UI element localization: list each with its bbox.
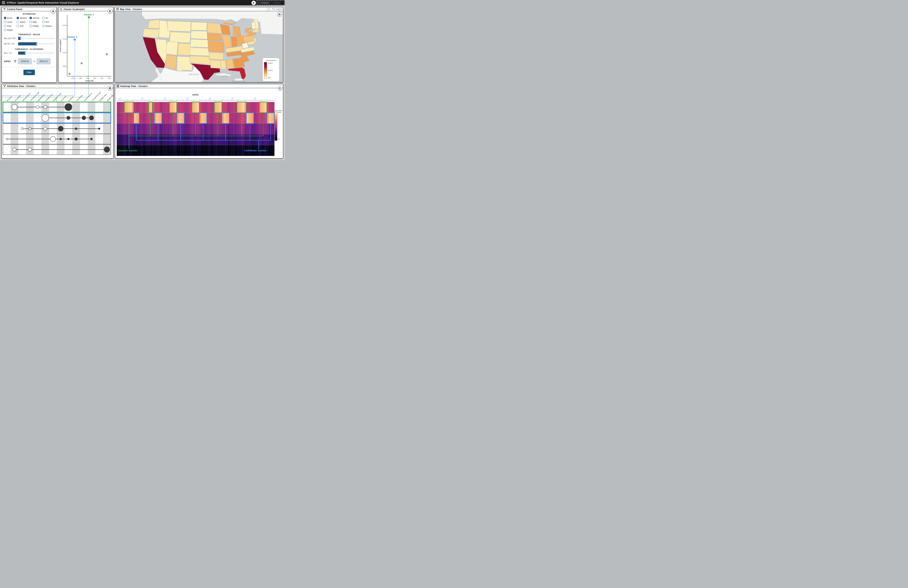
heatmap-cell[interactable] [173, 124, 175, 134]
heatmap-cell[interactable] [141, 102, 143, 113]
heatmap-cell[interactable] [180, 102, 182, 113]
heatmap-cell[interactable] [248, 102, 250, 113]
heatmap-cell[interactable] [224, 113, 226, 124]
heatmap-cell[interactable] [145, 124, 147, 134]
heatmap-cell[interactable] [218, 102, 220, 113]
heatmap-cell[interactable] [252, 102, 254, 113]
state-ut[interactable] [166, 42, 178, 55]
consequent-bubble[interactable] [60, 138, 61, 140]
state-sd[interactable] [191, 31, 208, 39]
heatmap-cell[interactable] [224, 145, 226, 156]
checkbox-box[interactable] [17, 25, 19, 27]
heatmap-cell[interactable] [141, 113, 143, 124]
heatmap-cell[interactable] [130, 102, 132, 113]
heatmap-cell[interactable] [270, 102, 272, 113]
heatmap-cell[interactable] [225, 102, 227, 113]
antecedent-bubble[interactable] [29, 128, 31, 130]
heatmap-cell[interactable] [126, 124, 128, 134]
heatmap-cell[interactable] [119, 124, 121, 134]
heatmap-cell[interactable] [145, 113, 147, 124]
heatmap-cell[interactable] [192, 124, 194, 134]
heatmap-cell[interactable] [235, 113, 237, 124]
tab-clusters[interactable]: ▷ Clusters [258, 1, 270, 5]
heatmap-cell[interactable] [126, 134, 128, 145]
heatmap-cell[interactable] [203, 124, 205, 134]
heatmap-cell[interactable] [196, 102, 198, 113]
heatmap-cell[interactable] [152, 145, 155, 156]
heatmap-cell[interactable] [207, 102, 209, 113]
slider-thumb[interactable] [36, 43, 38, 45]
checkbox-box[interactable] [42, 25, 45, 27]
cluster-heatmap[interactable]: DATESJan 2016FebMarAprMayJunJulAugSepOct… [115, 88, 283, 158]
heatmap-cell[interactable] [241, 145, 243, 156]
heatmap-cell[interactable] [203, 102, 205, 113]
consequent-bubble[interactable] [58, 126, 63, 131]
cluster-row-5[interactable] [3, 145, 111, 154]
heatmap-cell[interactable] [155, 145, 156, 156]
heatmap-cell[interactable] [229, 124, 231, 134]
heatmap-cell[interactable] [132, 124, 134, 134]
heatmap-cell[interactable] [173, 102, 175, 113]
heatmap-cell[interactable] [272, 145, 275, 156]
heatmap-cell[interactable] [141, 145, 143, 156]
heatmap-cell[interactable] [182, 145, 185, 156]
tab-rules[interactable]: ▷ Rules [271, 1, 281, 5]
heatmap-cell[interactable] [190, 145, 192, 156]
checkbox-box[interactable] [4, 21, 6, 23]
heatmap-cell[interactable] [167, 145, 169, 156]
heatmap-cell[interactable] [254, 102, 256, 113]
heatmap-cell[interactable] [259, 113, 261, 124]
heatmap-cell[interactable] [122, 124, 124, 134]
heatmap-cell[interactable] [151, 124, 153, 134]
heatmap-cell[interactable] [258, 124, 259, 134]
heatmap-cell[interactable] [263, 134, 265, 145]
per-capita-toggle[interactable] [266, 8, 270, 10]
heatmap-cell[interactable] [213, 145, 214, 156]
heatmap-cell[interactable] [233, 102, 235, 113]
heatmap-cell[interactable] [263, 102, 265, 113]
heatmap-cell[interactable] [166, 102, 167, 113]
heatmap-cell[interactable] [229, 102, 231, 113]
heatmap-cell[interactable] [245, 124, 246, 134]
checkbox-box[interactable] [42, 21, 45, 23]
attributes-bubble-matrix[interactable]: Drunk:NoLitCond:DayLitCond:Dark-LitLitCo… [2, 88, 113, 158]
state-ms[interactable] [220, 60, 226, 69]
slider-thumb[interactable] [20, 37, 21, 39]
heatmap-cell[interactable] [216, 145, 218, 156]
heatmap-cell[interactable] [179, 113, 181, 124]
heatmap-cell[interactable] [192, 113, 194, 124]
state-mn[interactable] [207, 23, 222, 34]
heatmap-cell[interactable] [121, 102, 122, 113]
state-mo[interactable] [208, 41, 224, 52]
heatmap-cell[interactable] [137, 124, 140, 134]
filter-button[interactable]: Filter [23, 70, 35, 75]
state-in[interactable] [231, 36, 238, 47]
heatmap-cell[interactable] [231, 102, 233, 113]
heatmap-cell[interactable] [167, 124, 169, 134]
heatmap-cell[interactable] [166, 145, 167, 156]
heatmap-cell[interactable] [130, 113, 132, 124]
heatmap-cell[interactable] [205, 124, 207, 134]
heatmap-cell[interactable] [192, 145, 194, 156]
heatmap-cell[interactable] [239, 145, 241, 156]
heatmap-cell[interactable] [124, 124, 126, 134]
scatter-point[interactable] [106, 53, 108, 55]
heatmap-cell[interactable] [227, 145, 230, 156]
heatmap-cell[interactable] [218, 124, 220, 134]
heatmap-cell[interactable] [155, 102, 156, 113]
heatmap-cell[interactable] [121, 124, 122, 134]
heatmap-cell[interactable] [158, 113, 160, 124]
checkbox-season[interactable]: Season [42, 25, 55, 27]
heatmap-cell[interactable] [259, 124, 261, 134]
scatter-point[interactable] [69, 73, 70, 75]
consequent-bubble[interactable] [98, 128, 100, 130]
heatmap-cell[interactable] [209, 145, 211, 156]
heatmap-cell[interactable] [151, 145, 153, 156]
heatmap-cell[interactable] [186, 145, 188, 156]
slider-track[interactable] [18, 43, 55, 45]
heatmap-cell[interactable] [270, 145, 272, 156]
heatmap-cell[interactable] [201, 102, 203, 113]
heatmap-cell[interactable] [167, 113, 169, 124]
checkbox-box[interactable] [17, 21, 19, 23]
state-mt[interactable] [167, 21, 191, 32]
